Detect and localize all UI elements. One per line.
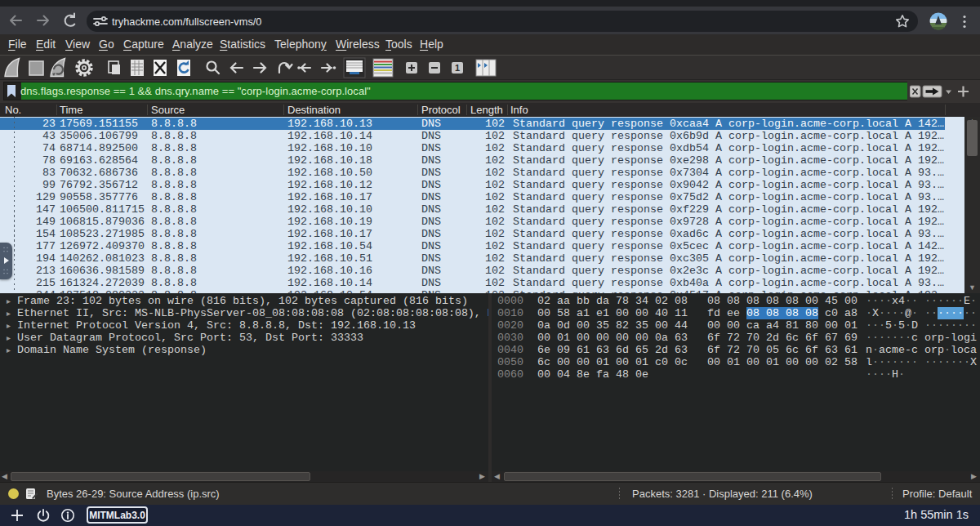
svg-text:1: 1 <box>455 63 460 73</box>
